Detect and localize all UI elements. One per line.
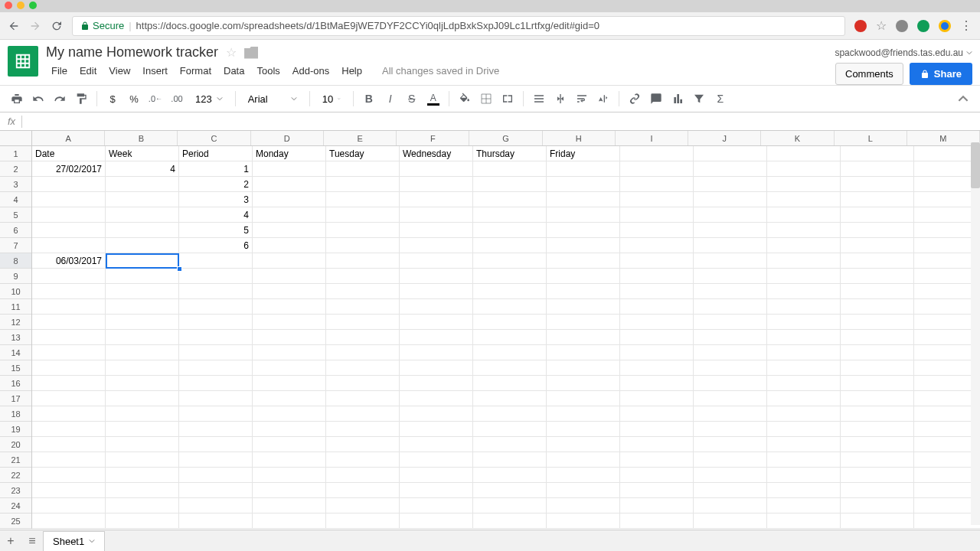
cell[interactable]	[473, 514, 547, 529]
cell[interactable]	[106, 330, 179, 345]
row-header[interactable]: 14	[0, 345, 31, 360]
cell[interactable]	[400, 376, 473, 391]
cell[interactable]	[473, 498, 547, 514]
cell[interactable]	[326, 284, 400, 299]
cell[interactable]	[106, 468, 179, 483]
cell[interactable]	[253, 406, 326, 422]
cell[interactable]	[106, 192, 179, 207]
cell[interactable]	[106, 422, 179, 437]
cell[interactable]	[400, 284, 473, 299]
cell[interactable]	[326, 483, 400, 498]
cell[interactable]	[694, 483, 767, 498]
cell[interactable]	[841, 330, 914, 345]
cell[interactable]	[547, 207, 620, 223]
cell[interactable]	[841, 284, 914, 299]
cell[interactable]	[547, 452, 620, 468]
cell[interactable]	[253, 315, 326, 330]
cell[interactable]	[767, 207, 841, 223]
cell[interactable]	[473, 391, 547, 406]
cell[interactable]	[326, 376, 400, 391]
cell[interactable]	[253, 253, 326, 269]
cell[interactable]	[253, 452, 326, 468]
cell[interactable]	[841, 192, 914, 207]
cell[interactable]	[841, 345, 914, 360]
reload-button[interactable]	[51, 20, 63, 32]
cell[interactable]	[32, 223, 106, 238]
cell[interactable]	[179, 468, 253, 483]
cell[interactable]	[694, 146, 767, 161]
star-icon[interactable]: ☆	[226, 45, 237, 60]
cell[interactable]: 2	[179, 177, 253, 192]
row-header[interactable]: 15	[0, 360, 31, 376]
cell[interactable]	[473, 223, 547, 238]
comments-button[interactable]: Comments	[835, 63, 903, 85]
cell[interactable]	[547, 223, 620, 238]
cell[interactable]	[547, 376, 620, 391]
cell[interactable]	[841, 452, 914, 468]
cell[interactable]	[179, 437, 253, 452]
italic-icon[interactable]: I	[381, 90, 400, 108]
cell[interactable]	[400, 498, 473, 514]
cell[interactable]	[106, 269, 179, 284]
cell[interactable]	[547, 360, 620, 376]
cell[interactable]	[400, 315, 473, 330]
row-header[interactable]: 23	[0, 483, 31, 498]
cell[interactable]	[767, 192, 841, 207]
cell[interactable]	[179, 483, 253, 498]
cell[interactable]	[473, 207, 547, 223]
cell[interactable]	[767, 345, 841, 360]
cell[interactable]	[767, 177, 841, 192]
cell[interactable]	[32, 437, 106, 452]
cell[interactable]	[326, 330, 400, 345]
cell[interactable]: Monday	[253, 146, 326, 161]
cell[interactable]	[767, 223, 841, 238]
cell[interactable]	[841, 238, 914, 253]
cell[interactable]	[253, 330, 326, 345]
extension-icon-3[interactable]	[917, 20, 929, 32]
cell[interactable]	[767, 514, 841, 529]
percent-icon[interactable]: %	[125, 90, 143, 108]
cell[interactable]	[326, 406, 400, 422]
cell[interactable]	[106, 483, 179, 498]
text-color-icon[interactable]: A	[424, 90, 443, 108]
cell[interactable]: Week	[106, 146, 179, 161]
cell[interactable]	[767, 330, 841, 345]
cell[interactable]	[694, 192, 767, 207]
cell[interactable]	[473, 253, 547, 269]
functions-icon[interactable]: Σ	[711, 90, 730, 108]
cell[interactable]	[620, 452, 694, 468]
column-header[interactable]: I	[616, 131, 688, 145]
cell[interactable]	[547, 345, 620, 360]
cell[interactable]	[694, 269, 767, 284]
merge-cells-icon[interactable]	[498, 90, 517, 108]
cell[interactable]	[106, 437, 179, 452]
cell[interactable]	[32, 468, 106, 483]
cell[interactable]	[473, 269, 547, 284]
row-header[interactable]: 22	[0, 468, 31, 483]
cell[interactable]: 4	[179, 207, 253, 223]
cell[interactable]	[400, 253, 473, 269]
chrome-menu-icon[interactable]: ⋮	[960, 18, 972, 33]
cell[interactable]	[841, 269, 914, 284]
cell[interactable]	[767, 391, 841, 406]
cell[interactable]: 3	[179, 192, 253, 207]
cell[interactable]	[326, 468, 400, 483]
cell[interactable]	[253, 376, 326, 391]
cell[interactable]	[106, 498, 179, 514]
cell[interactable]	[620, 422, 694, 437]
cell[interactable]	[400, 192, 473, 207]
menu-insert[interactable]: Insert	[137, 64, 173, 78]
cell[interactable]	[841, 299, 914, 315]
cell[interactable]	[400, 391, 473, 406]
cell[interactable]	[620, 315, 694, 330]
cell[interactable]	[620, 406, 694, 422]
cell[interactable]	[620, 345, 694, 360]
cell[interactable]	[400, 238, 473, 253]
cell[interactable]	[106, 299, 179, 315]
cell[interactable]	[841, 498, 914, 514]
cell[interactable]	[179, 345, 253, 360]
vertical-scrollbar[interactable]	[971, 142, 980, 525]
cell[interactable]	[253, 284, 326, 299]
cell[interactable]	[547, 406, 620, 422]
all-sheets-icon[interactable]: ≡	[21, 530, 43, 552]
